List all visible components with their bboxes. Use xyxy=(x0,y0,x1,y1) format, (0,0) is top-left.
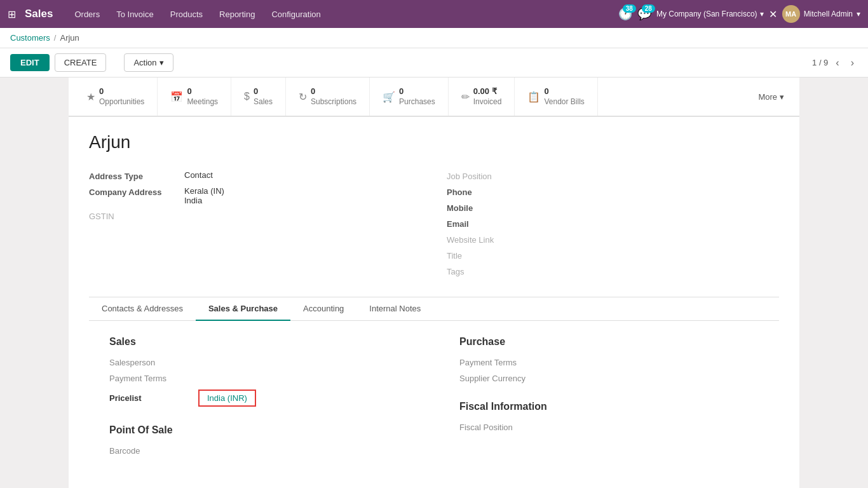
close-button[interactable]: ✕ xyxy=(769,8,777,20)
activity-badge: 38 xyxy=(623,4,636,13)
user-chevron-icon: ▾ xyxy=(857,10,860,18)
cart-icon: 🛒 xyxy=(383,91,395,103)
invoiced-count: 0.00 ₹ xyxy=(473,86,502,97)
tab-sales-purchase[interactable]: Sales & Purchase xyxy=(196,297,290,321)
stat-purchases[interactable]: 🛒 0 Purchases xyxy=(370,78,449,116)
messages-badge: 28 xyxy=(642,4,655,13)
vendor-bills-label: Vendor Bills xyxy=(544,97,584,107)
subscriptions-label: Subscriptions xyxy=(311,97,356,107)
tab-accounting[interactable]: Accounting xyxy=(290,297,356,321)
meetings-label: Meetings xyxy=(187,97,218,107)
meetings-count: 0 xyxy=(187,86,218,97)
stat-vendor-bills[interactable]: 📋 0 Vendor Bills xyxy=(515,78,597,116)
job-position-row: Job Position xyxy=(447,170,779,181)
nav-reporting[interactable]: Reporting xyxy=(212,4,262,24)
stat-meetings[interactable]: 📅 0 Meetings xyxy=(158,78,231,116)
user-menu[interactable]: MA Mitchell Admin ▾ xyxy=(782,5,860,23)
stat-invoiced[interactable]: ✏ 0.00 ₹ Invoiced xyxy=(449,78,515,116)
customer-form: Arjun Address Type Contact Company Addre… xyxy=(69,117,799,488)
pos-section-title: Point Of Sale xyxy=(109,424,409,436)
opportunities-label: Opportunities xyxy=(99,97,144,107)
activity-button[interactable]: 🕐 38 xyxy=(618,7,632,21)
salesperson-row: Salesperson xyxy=(109,358,409,367)
supplier-currency-label: Supplier Currency xyxy=(459,374,548,383)
more-button[interactable]: More ▾ xyxy=(748,78,794,116)
user-name: Mitchell Admin xyxy=(804,10,853,18)
phone-row: Phone xyxy=(447,186,779,197)
website-row: Website Link xyxy=(447,234,779,245)
mobile-row: Mobile xyxy=(447,202,779,213)
fiscal-position-row: Fiscal Position xyxy=(459,423,759,432)
salesperson-label: Salesperson xyxy=(109,358,198,367)
form-grid: Address Type Contact Company Address Ker… xyxy=(89,170,779,281)
content-area: Arjun Address Type Contact Company Addre… xyxy=(69,117,799,488)
tabs-bar: Contacts & Addresses Sales & Purchase Ac… xyxy=(89,297,779,321)
top-nav-right: 🕐 38 💬 28 My Company (San Francisco) ▾ ✕… xyxy=(618,5,860,23)
stat-sales[interactable]: $ 0 Sales xyxy=(231,78,286,116)
grid-icon[interactable]: ⊞ xyxy=(8,8,16,20)
nav-to-invoice[interactable]: To Invoice xyxy=(109,4,161,24)
stat-subscriptions[interactable]: ↻ 0 Subscriptions xyxy=(286,78,370,116)
company-address-state: Kerala (IN) xyxy=(184,186,224,196)
nav-orders[interactable]: Orders xyxy=(67,4,107,24)
create-button[interactable]: CREATE xyxy=(55,53,107,72)
job-position-label: Job Position xyxy=(447,170,542,181)
barcode-row: Barcode xyxy=(109,446,409,456)
tags-label: Tags xyxy=(447,266,542,276)
website-label: Website Link xyxy=(447,234,542,245)
company-address-country: India xyxy=(184,196,224,205)
more-chevron-icon: ▾ xyxy=(780,92,784,102)
gstin-row: GSTIN xyxy=(89,210,421,221)
pricelist-row: Pricelist India (INR) xyxy=(109,390,409,407)
address-type-row: Address Type Contact xyxy=(89,170,421,181)
barcode-label: Barcode xyxy=(109,446,198,456)
action-chevron-icon: ▾ xyxy=(159,58,164,67)
subscriptions-count: 0 xyxy=(311,86,356,97)
tab-contacts[interactable]: Contacts & Addresses xyxy=(89,297,196,321)
stats-bar: ★ 0 Opportunities 📅 0 Meetings $ 0 Sales… xyxy=(69,78,799,117)
purchases-count: 0 xyxy=(399,86,435,97)
purchases-label: Purchases xyxy=(399,97,435,107)
form-left: Address Type Contact Company Address Ker… xyxy=(89,170,421,281)
title-label: Title xyxy=(447,250,542,261)
purchase-column: Purchase Payment Terms Supplier Currency… xyxy=(459,336,759,462)
pricelist-value[interactable]: India (INR) xyxy=(198,390,256,407)
more-label: More xyxy=(758,92,777,102)
stat-opportunities[interactable]: ★ 0 Opportunities xyxy=(74,78,158,116)
invoiced-label: Invoiced xyxy=(473,97,502,107)
action-button[interactable]: Action ▾ xyxy=(124,53,173,72)
sales-payment-terms-row: Payment Terms xyxy=(109,374,409,383)
invoice-icon: ✏ xyxy=(461,91,470,103)
calendar-icon: 📅 xyxy=(170,91,183,103)
fiscal-position-label: Fiscal Position xyxy=(459,423,548,432)
chevron-down-icon: ▾ xyxy=(760,10,764,18)
tab-content-sales-purchase: Sales Salesperson Payment Terms Pricelis… xyxy=(89,321,779,477)
app-title: Sales xyxy=(25,8,53,20)
nav-items: Orders To Invoice Products Reporting Con… xyxy=(67,4,615,24)
sales-count: 0 xyxy=(254,86,273,97)
gstin-label: GSTIN xyxy=(89,210,184,221)
company-address-row: Company Address Kerala (IN) India xyxy=(89,186,421,205)
title-row: Title xyxy=(447,250,779,261)
nav-configuration[interactable]: Configuration xyxy=(264,4,328,24)
form-right: Job Position Phone Mobile Email Website … xyxy=(447,170,779,281)
tags-row: Tags xyxy=(447,266,779,276)
sales-label: Sales xyxy=(254,97,273,107)
avatar: MA xyxy=(782,5,800,23)
tab-internal-notes[interactable]: Internal Notes xyxy=(356,297,433,321)
prev-page-button[interactable]: ‹ xyxy=(832,56,843,70)
edit-button[interactable]: EDIT xyxy=(10,54,50,71)
breadcrumb: Customers / Arjun xyxy=(0,28,868,48)
pagination-info: 1 / 9 xyxy=(812,58,828,67)
address-type-label: Address Type xyxy=(89,170,184,181)
breadcrumb-parent[interactable]: Customers xyxy=(10,33,50,43)
nav-products[interactable]: Products xyxy=(163,4,210,24)
sales-column: Sales Salesperson Payment Terms Pricelis… xyxy=(109,336,409,462)
messages-button[interactable]: 💬 28 xyxy=(637,7,651,21)
breadcrumb-separator: / xyxy=(54,33,57,43)
vendor-icon: 📋 xyxy=(527,91,540,103)
company-selector[interactable]: My Company (San Francisco) ▾ xyxy=(656,10,764,18)
company-address-label: Company Address xyxy=(89,186,184,197)
next-page-button[interactable]: › xyxy=(847,56,858,70)
sales-section-title: Sales xyxy=(109,336,409,348)
